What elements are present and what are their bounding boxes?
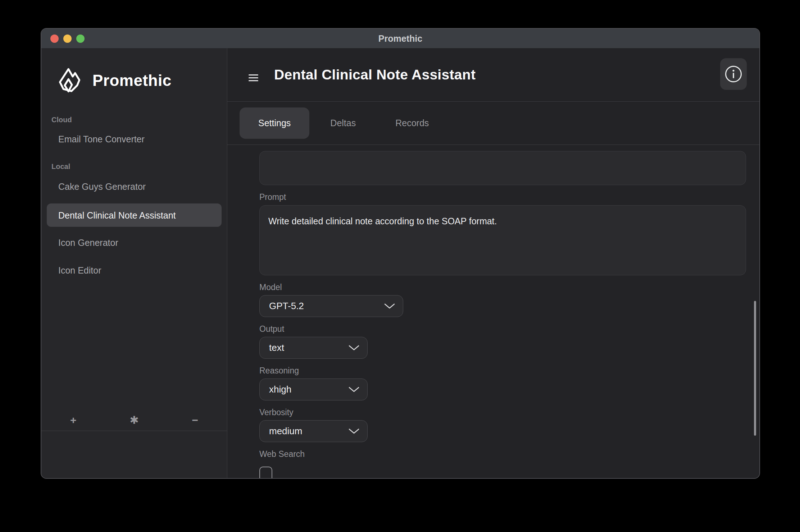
output-value: text xyxy=(269,342,284,353)
add-icon[interactable]: + xyxy=(70,413,77,428)
traffic-lights xyxy=(50,29,85,48)
flame-logo-icon xyxy=(56,66,83,95)
app-window: Promethic Promethic Cloud Email Tone Con… xyxy=(41,28,760,479)
sidebar: Promethic Cloud Email Tone Converter Loc… xyxy=(41,48,227,478)
asterisk-icon[interactable]: ✱ xyxy=(129,413,138,428)
top-field-textarea[interactable] xyxy=(259,151,746,185)
sidebar-item-icon-editor[interactable]: Icon Editor xyxy=(58,265,227,276)
reasoning-label: Reasoning xyxy=(259,366,745,376)
prompt-textarea[interactable]: Write detailed clinical note according t… xyxy=(259,205,746,275)
minimize-button[interactable] xyxy=(63,35,72,43)
reasoning-value: xhigh xyxy=(269,384,291,395)
settings-panel: Prompt Write detailed clinical note acco… xyxy=(227,145,759,478)
web-search-label: Web Search xyxy=(259,449,745,459)
model-select[interactable]: GPT-5.2 xyxy=(259,295,403,317)
prompt-text: Write detailed clinical note according t… xyxy=(268,216,497,226)
model-label: Model xyxy=(259,282,745,292)
app-logo: Promethic xyxy=(56,66,227,95)
verbosity-value: medium xyxy=(269,426,302,437)
sidebar-item-email-tone-converter[interactable]: Email Tone Converter xyxy=(58,134,227,145)
output-select[interactable]: text xyxy=(259,337,368,359)
tab-settings[interactable]: Settings xyxy=(240,107,309,139)
tab-bar: Settings Deltas Records xyxy=(227,102,759,145)
reasoning-select[interactable]: xhigh xyxy=(259,379,368,400)
sidebar-section-cloud: Cloud xyxy=(51,116,227,124)
page-title: Dental Clinical Note Assistant xyxy=(274,67,476,83)
prompt-label: Prompt xyxy=(259,192,745,202)
chevron-down-icon xyxy=(349,428,359,434)
tab-records[interactable]: Records xyxy=(377,107,447,139)
minus-icon[interactable]: − xyxy=(192,413,198,428)
zoom-button[interactable] xyxy=(76,35,85,43)
sidebar-footer-divider xyxy=(41,431,227,431)
scrollbar-thumb[interactable] xyxy=(754,301,756,436)
main-panel: Dental Clinical Note Assistant Settings … xyxy=(227,48,759,478)
verbosity-label: Verbosity xyxy=(259,407,745,417)
info-button[interactable] xyxy=(720,58,747,90)
app-logo-text: Promethic xyxy=(92,72,172,90)
chevron-down-icon xyxy=(349,345,359,351)
chevron-down-icon xyxy=(384,303,395,309)
sidebar-item-dental-clinical-note-assistant[interactable]: Dental Clinical Note Assistant xyxy=(47,203,222,227)
sidebar-footer: + ✱ − xyxy=(41,413,227,428)
titlebar[interactable]: Promethic xyxy=(41,29,759,48)
sidebar-item-cake-guys-generator[interactable]: Cake Guys Generator xyxy=(58,181,227,192)
info-icon xyxy=(724,65,743,83)
close-button[interactable] xyxy=(50,35,59,43)
hamburger-menu-icon[interactable] xyxy=(249,74,258,81)
sidebar-item-icon-generator[interactable]: Icon Generator xyxy=(58,237,227,248)
main-header: Dental Clinical Note Assistant xyxy=(227,48,759,102)
model-value: GPT-5.2 xyxy=(269,301,304,312)
sidebar-section-local: Local xyxy=(51,162,227,170)
web-search-checkbox[interactable] xyxy=(259,467,272,478)
tab-deltas[interactable]: Deltas xyxy=(312,107,374,139)
chevron-down-icon xyxy=(349,387,359,393)
verbosity-select[interactable]: medium xyxy=(259,420,368,442)
output-label: Output xyxy=(259,324,745,334)
window-title: Promethic xyxy=(378,33,422,44)
